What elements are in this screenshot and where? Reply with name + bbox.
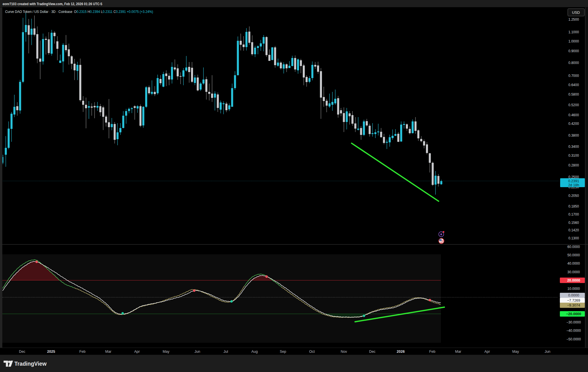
svg-text:TradingView: TradingView xyxy=(14,360,47,367)
svg-text:Dec: Dec xyxy=(19,350,25,354)
svg-text:0.0000: 0.0000 xyxy=(568,293,579,297)
svg-text:0.2391: 0.2391 xyxy=(568,179,579,183)
svg-text:−20.0000: −20.0000 xyxy=(566,312,581,316)
svg-text:USD: USD xyxy=(572,10,580,15)
svg-text:−30.0000: −30.0000 xyxy=(566,320,581,324)
svg-text:Feb: Feb xyxy=(429,350,435,354)
svg-text:0.5200: 0.5200 xyxy=(568,103,579,107)
svg-text:0.9000: 0.9000 xyxy=(568,49,579,53)
svg-text:0.7000: 0.7000 xyxy=(568,74,579,78)
svg-text:50.0000: 50.0000 xyxy=(567,253,580,257)
svg-text:Apr: Apr xyxy=(134,350,140,354)
svg-text:0.3100: 0.3100 xyxy=(568,154,579,158)
svg-text:2d 18h: 2d 18h xyxy=(568,183,579,187)
svg-text:40.0000: 40.0000 xyxy=(567,261,580,266)
svg-text:10.0000: 10.0000 xyxy=(567,287,580,291)
svg-text:0.3400: 0.3400 xyxy=(568,145,579,149)
svg-text:Sep: Sep xyxy=(280,350,286,354)
svg-text:Jun: Jun xyxy=(194,350,200,354)
svg-text:0.1560: 0.1560 xyxy=(568,221,579,225)
svg-text:Aug: Aug xyxy=(251,350,258,354)
svg-text:0.8000: 0.8000 xyxy=(568,61,579,65)
svg-text:Nov: Nov xyxy=(341,350,347,354)
svg-text:Oct: Oct xyxy=(309,350,315,354)
svg-text:0.5800: 0.5800 xyxy=(568,92,579,96)
svg-text:Feb: Feb xyxy=(79,350,86,354)
svg-text:0.1850: 0.1850 xyxy=(568,204,579,208)
svg-text:1.2500: 1.2500 xyxy=(568,18,579,22)
svg-text:May: May xyxy=(512,350,519,354)
svg-text:May: May xyxy=(163,350,169,354)
svg-text:0.1700: 0.1700 xyxy=(568,212,579,216)
svg-text:Mar: Mar xyxy=(105,350,111,354)
svg-text:0.1300: 0.1300 xyxy=(568,236,579,240)
svg-text:Jul: Jul xyxy=(223,350,228,354)
svg-text:−50.0000: −50.0000 xyxy=(566,337,581,341)
svg-text:Curve DAO Token / US Dollar ·: Curve DAO Token / US Dollar · 3D · Coinb… xyxy=(5,9,153,14)
svg-text:1.1000: 1.1000 xyxy=(568,30,579,34)
svg-text:60.0000: 60.0000 xyxy=(567,245,580,249)
svg-text:−40.0000: −40.0000 xyxy=(566,329,581,333)
svg-text:−9.3074: −9.3074 xyxy=(567,303,580,307)
svg-text:0.4200: 0.4200 xyxy=(568,122,579,126)
svg-text:0.2050: 0.2050 xyxy=(568,194,579,198)
svg-text:1.0000: 1.0000 xyxy=(568,39,579,43)
svg-text:Apr: Apr xyxy=(484,350,490,354)
svg-text:0.3800: 0.3800 xyxy=(568,133,579,137)
svg-text:0.6400: 0.6400 xyxy=(568,83,579,87)
svg-text:0.1420: 0.1420 xyxy=(568,228,579,232)
svg-text:0.2800: 0.2800 xyxy=(568,163,579,167)
svg-text:Mar: Mar xyxy=(455,350,461,354)
svg-text:0.4600: 0.4600 xyxy=(568,113,579,117)
svg-text:Dec: Dec xyxy=(369,350,375,354)
svg-text:Jun: Jun xyxy=(545,350,550,354)
svg-text:2025: 2025 xyxy=(47,350,55,354)
svg-text:eonr7103 created with TradingV: eonr7103 created with TradingView.com, F… xyxy=(3,2,102,6)
svg-text:20.0000: 20.0000 xyxy=(567,278,580,282)
svg-text:−7.7269: −7.7269 xyxy=(567,299,580,303)
svg-text:2026: 2026 xyxy=(397,350,405,354)
svg-text:30.0000: 30.0000 xyxy=(567,270,580,274)
